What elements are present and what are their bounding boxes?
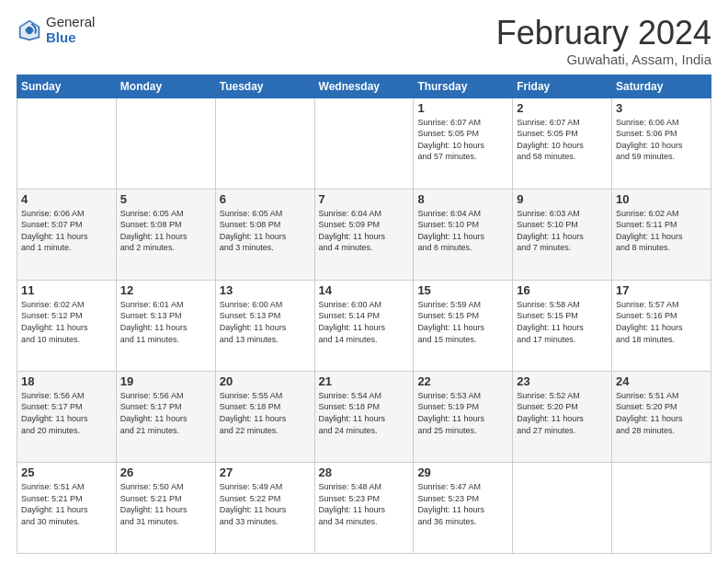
day-info: Sunrise: 6:07 AM Sunset: 5:05 PM Dayligh… [517, 117, 608, 163]
day-info: Sunrise: 5:59 AM Sunset: 5:15 PM Dayligh… [417, 299, 508, 345]
day-number: 10 [616, 192, 707, 206]
calendar-cell: 7Sunrise: 6:04 AM Sunset: 5:09 PM Daylig… [314, 189, 414, 280]
calendar-cell: 17Sunrise: 5:57 AM Sunset: 5:16 PM Dayli… [612, 280, 711, 371]
day-info: Sunrise: 6:07 AM Sunset: 5:05 PM Dayligh… [417, 117, 508, 163]
day-number: 12 [120, 283, 211, 297]
day-number: 8 [417, 192, 508, 206]
day-number: 1 [417, 101, 508, 115]
logo-icon [17, 17, 42, 43]
day-number: 2 [517, 101, 608, 115]
calendar-cell: 9Sunrise: 6:03 AM Sunset: 5:10 PM Daylig… [513, 189, 612, 280]
day-info: Sunrise: 6:02 AM Sunset: 5:12 PM Dayligh… [21, 299, 112, 345]
calendar-cell [513, 462, 612, 553]
day-info: Sunrise: 5:48 AM Sunset: 5:23 PM Dayligh… [319, 481, 410, 527]
calendar-cell [17, 98, 117, 189]
col-wednesday: Wednesday [314, 75, 414, 98]
logo-blue-text: Blue [46, 30, 95, 46]
calendar-cell: 21Sunrise: 5:54 AM Sunset: 5:18 PM Dayli… [314, 371, 414, 462]
day-number: 15 [417, 283, 508, 297]
day-info: Sunrise: 6:01 AM Sunset: 5:13 PM Dayligh… [120, 299, 211, 345]
calendar-cell: 20Sunrise: 5:55 AM Sunset: 5:18 PM Dayli… [215, 371, 314, 462]
day-info: Sunrise: 5:55 AM Sunset: 5:18 PM Dayligh… [220, 390, 311, 436]
day-number: 16 [517, 283, 608, 297]
col-friday: Friday [513, 75, 612, 98]
calendar-cell: 10Sunrise: 6:02 AM Sunset: 5:11 PM Dayli… [612, 189, 711, 280]
day-number: 14 [319, 283, 410, 297]
col-thursday: Thursday [414, 75, 513, 98]
calendar-cell: 24Sunrise: 5:51 AM Sunset: 5:20 PM Dayli… [612, 371, 711, 462]
day-info: Sunrise: 5:56 AM Sunset: 5:17 PM Dayligh… [120, 390, 211, 436]
day-info: Sunrise: 5:58 AM Sunset: 5:15 PM Dayligh… [517, 299, 608, 345]
day-number: 24 [616, 374, 707, 388]
calendar-cell [314, 98, 414, 189]
day-info: Sunrise: 6:00 AM Sunset: 5:13 PM Dayligh… [220, 299, 311, 345]
day-number: 9 [517, 192, 608, 206]
calendar-cell: 1Sunrise: 6:07 AM Sunset: 5:05 PM Daylig… [414, 98, 513, 189]
day-info: Sunrise: 5:54 AM Sunset: 5:18 PM Dayligh… [319, 390, 410, 436]
logo-text: General Blue [46, 15, 95, 45]
day-info: Sunrise: 6:06 AM Sunset: 5:07 PM Dayligh… [21, 208, 112, 254]
col-sunday: Sunday [17, 75, 117, 98]
calendar-cell: 29Sunrise: 5:47 AM Sunset: 5:23 PM Dayli… [414, 462, 513, 553]
calendar-cell [612, 462, 711, 553]
calendar-cell: 8Sunrise: 6:04 AM Sunset: 5:10 PM Daylig… [414, 189, 513, 280]
month-title: February 2024 [496, 15, 711, 52]
day-number: 26 [120, 465, 211, 479]
calendar-cell [215, 98, 314, 189]
header: General Blue February 2024 Guwahati, Ass… [17, 15, 711, 67]
calendar-cell: 25Sunrise: 5:51 AM Sunset: 5:21 PM Dayli… [17, 462, 117, 553]
day-info: Sunrise: 5:50 AM Sunset: 5:21 PM Dayligh… [120, 481, 211, 527]
day-info: Sunrise: 6:00 AM Sunset: 5:14 PM Dayligh… [319, 299, 410, 345]
day-info: Sunrise: 6:05 AM Sunset: 5:08 PM Dayligh… [220, 208, 311, 254]
day-number: 13 [220, 283, 311, 297]
title-area: February 2024 Guwahati, Assam, India [496, 15, 711, 67]
day-info: Sunrise: 5:47 AM Sunset: 5:23 PM Dayligh… [417, 481, 508, 527]
location: Guwahati, Assam, India [496, 52, 711, 67]
day-number: 5 [120, 192, 211, 206]
calendar-week-4: 18Sunrise: 5:56 AM Sunset: 5:17 PM Dayli… [17, 371, 711, 462]
day-info: Sunrise: 6:04 AM Sunset: 5:10 PM Dayligh… [417, 208, 508, 254]
calendar-cell: 27Sunrise: 5:49 AM Sunset: 5:22 PM Dayli… [215, 462, 314, 553]
calendar-cell: 22Sunrise: 5:53 AM Sunset: 5:19 PM Dayli… [414, 371, 513, 462]
day-info: Sunrise: 5:53 AM Sunset: 5:19 PM Dayligh… [417, 390, 508, 436]
day-info: Sunrise: 6:03 AM Sunset: 5:10 PM Dayligh… [517, 208, 608, 254]
calendar-cell: 18Sunrise: 5:56 AM Sunset: 5:17 PM Dayli… [17, 371, 117, 462]
calendar-cell: 3Sunrise: 6:06 AM Sunset: 5:06 PM Daylig… [612, 98, 711, 189]
calendar-cell: 28Sunrise: 5:48 AM Sunset: 5:23 PM Dayli… [314, 462, 414, 553]
day-number: 28 [319, 465, 410, 479]
day-number: 4 [21, 192, 112, 206]
day-info: Sunrise: 6:04 AM Sunset: 5:09 PM Dayligh… [319, 208, 410, 254]
day-info: Sunrise: 5:57 AM Sunset: 5:16 PM Dayligh… [616, 299, 707, 345]
calendar-week-1: 1Sunrise: 6:07 AM Sunset: 5:05 PM Daylig… [17, 98, 711, 189]
day-number: 21 [319, 374, 410, 388]
calendar-cell: 15Sunrise: 5:59 AM Sunset: 5:15 PM Dayli… [414, 280, 513, 371]
calendar-cell: 5Sunrise: 6:05 AM Sunset: 5:08 PM Daylig… [116, 189, 215, 280]
day-number: 25 [21, 465, 112, 479]
day-number: 19 [120, 374, 211, 388]
day-number: 29 [417, 465, 508, 479]
logo-general-text: General [46, 15, 95, 30]
calendar-cell: 2Sunrise: 6:07 AM Sunset: 5:05 PM Daylig… [513, 98, 612, 189]
calendar-cell: 19Sunrise: 5:56 AM Sunset: 5:17 PM Dayli… [116, 371, 215, 462]
calendar-header-row: Sunday Monday Tuesday Wednesday Thursday… [17, 75, 711, 98]
day-info: Sunrise: 5:56 AM Sunset: 5:17 PM Dayligh… [21, 390, 112, 436]
day-info: Sunrise: 5:51 AM Sunset: 5:20 PM Dayligh… [616, 390, 707, 436]
calendar-cell: 23Sunrise: 5:52 AM Sunset: 5:20 PM Dayli… [513, 371, 612, 462]
day-number: 7 [319, 192, 410, 206]
day-number: 11 [21, 283, 112, 297]
day-number: 18 [21, 374, 112, 388]
calendar-week-2: 4Sunrise: 6:06 AM Sunset: 5:07 PM Daylig… [17, 189, 711, 280]
page: General Blue February 2024 Guwahati, Ass… [0, 0, 728, 563]
day-number: 6 [220, 192, 311, 206]
calendar-cell: 4Sunrise: 6:06 AM Sunset: 5:07 PM Daylig… [17, 189, 117, 280]
calendar-cell: 26Sunrise: 5:50 AM Sunset: 5:21 PM Dayli… [116, 462, 215, 553]
day-info: Sunrise: 6:06 AM Sunset: 5:06 PM Dayligh… [616, 117, 707, 163]
day-number: 22 [417, 374, 508, 388]
calendar-cell: 12Sunrise: 6:01 AM Sunset: 5:13 PM Dayli… [116, 280, 215, 371]
logo: General Blue [17, 15, 95, 45]
day-info: Sunrise: 5:51 AM Sunset: 5:21 PM Dayligh… [21, 481, 112, 527]
calendar-cell: 11Sunrise: 6:02 AM Sunset: 5:12 PM Dayli… [17, 280, 117, 371]
day-number: 3 [616, 101, 707, 115]
day-info: Sunrise: 5:52 AM Sunset: 5:20 PM Dayligh… [517, 390, 608, 436]
calendar-table: Sunday Monday Tuesday Wednesday Thursday… [17, 75, 711, 554]
